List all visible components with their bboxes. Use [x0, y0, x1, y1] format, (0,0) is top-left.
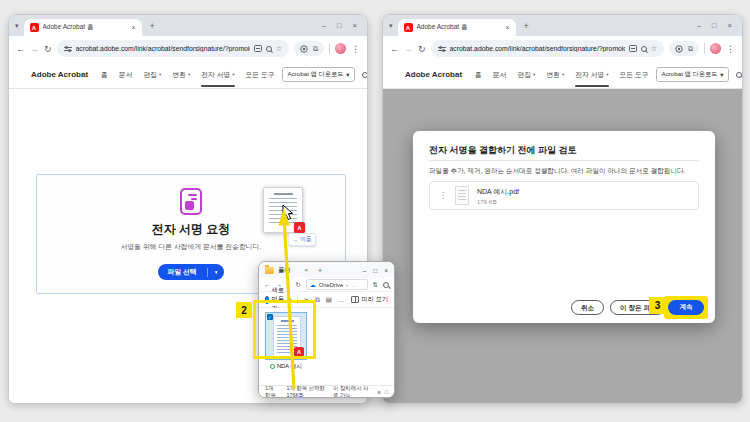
mouse-cursor-icon [282, 204, 295, 221]
back-icon[interactable]: ← [16, 44, 25, 54]
screenshot-icon[interactable] [300, 45, 308, 53]
url-field[interactable]: acrobat.adobe.com/link/acrobat/sendforsi… [57, 40, 289, 57]
browser-tab[interactable]: A Adobe Acrobat 홈 × [398, 19, 516, 36]
cancel-button[interactable]: 취소 [571, 300, 604, 315]
minimize-button[interactable]: – [363, 267, 367, 274]
profile-avatar[interactable] [710, 43, 721, 54]
close-button[interactable]: × [384, 267, 388, 274]
url-text[interactable]: acrobat.adobe.com/link/acrobat/sendforsi… [450, 45, 625, 52]
paste-icon[interactable]: ▤ [326, 296, 332, 304]
brand-title: Adobe Acrobat [405, 70, 462, 79]
address-text[interactable]: OneDrive [319, 282, 343, 288]
maximize-button[interactable]: □ [337, 21, 342, 30]
back-icon[interactable]: ← [390, 44, 399, 54]
status-selected-count: 1개 항목 선택함 176KB [287, 385, 327, 398]
tab-close-icon[interactable]: × [305, 267, 309, 273]
acrobat-toolbar: Adobe Acrobat 홈 문서 편집▾ 변환▾ 전자 서명▾ 모든 도구 … [9, 61, 367, 89]
screenshot-icon[interactable] [675, 45, 683, 53]
move-drop-hint: → 이동 [288, 233, 316, 246]
browser-menu-icon[interactable]: ⋮ [726, 44, 735, 54]
menu-esign[interactable]: 전자 서명▾ [201, 70, 234, 80]
search-icon[interactable] [362, 72, 368, 78]
menu-all-tools[interactable]: 모든 도구 [246, 70, 275, 80]
explorer-tab-title: 폴더 [278, 266, 291, 275]
acrobat-page-content: 전자 서명을 결합하기 전에 파일 검토 파일을 추가, 제거, 원하는 순서대… [383, 89, 742, 404]
drag-handle-icon[interactable]: ⋮ [439, 191, 447, 200]
new-tab-button[interactable]: + [524, 21, 529, 31]
continue-button[interactable]: 계속 [668, 300, 704, 315]
search-icon[interactable] [383, 282, 389, 288]
minimize-button[interactable]: – [322, 21, 326, 30]
chevron-down-icon[interactable]: ▾ [208, 269, 225, 275]
browser-tab[interactable]: A Adobe Acrobat 홈 × [24, 19, 142, 36]
new-tab-button[interactable]: + [150, 21, 155, 31]
file-size: 176 KB [477, 199, 519, 205]
file-name: NDA 예시.pdf [477, 187, 519, 197]
view-button[interactable]: 미리 보기 [351, 295, 388, 304]
file-select-button[interactable]: 파일 선택 ▾ [158, 264, 225, 280]
site-settings-icon[interactable] [438, 45, 446, 53]
forward-icon[interactable]: → [30, 44, 39, 54]
chevron-down-icon: ▾ [232, 72, 234, 77]
new-tab-button[interactable]: + [318, 267, 322, 274]
menu-esign[interactable]: 전자 서명▾ [575, 70, 608, 80]
chevron-down-icon: ▾ [606, 72, 608, 77]
save-icon[interactable] [254, 45, 262, 52]
menu-documents[interactable]: 문서 [119, 70, 133, 80]
menu-convert[interactable]: 변환▾ [172, 70, 190, 80]
zoom-icon[interactable] [641, 46, 647, 52]
bookmark-star-icon[interactable]: ☆ [276, 45, 282, 53]
menu-convert[interactable]: 변환▾ [546, 70, 564, 80]
browser-window-right: ▾ A Adobe Acrobat 홈 × + – □ × ← → ↻ acro… [382, 14, 743, 404]
zoom-icon[interactable] [266, 46, 272, 52]
tab-search-icon[interactable]: ▾ [389, 22, 393, 30]
acrobat-download-select[interactable]: Acrobat 앱 다운로드▾ [282, 67, 356, 82]
bookmark-star-icon[interactable]: ☆ [651, 45, 657, 53]
more-options-icon[interactable]: … [338, 296, 345, 303]
menu-home[interactable]: 홈 [475, 70, 482, 80]
list-view-icon[interactable]: ≡ [377, 389, 380, 395]
tab-title: Adobe Acrobat 홈 [43, 23, 128, 32]
breadcrumb-more-icon[interactable]: … [351, 282, 357, 288]
forward-icon[interactable]: → [404, 44, 413, 54]
reload-icon[interactable]: ↻ [418, 44, 426, 54]
menu-home[interactable]: 홈 [101, 70, 108, 80]
adobe-favicon-icon: A [30, 23, 39, 32]
explorer-address-bar[interactable]: ☁ OneDrive › … [306, 279, 368, 290]
tab-close-icon[interactable]: × [505, 24, 509, 31]
maximize-button[interactable]: □ [712, 21, 717, 30]
cut-icon[interactable]: ✂ [304, 296, 309, 304]
menu-edit[interactable]: 편집▾ [143, 70, 161, 80]
selected-file-tile[interactable]: ✓ A [265, 312, 307, 360]
tab-close-icon[interactable]: × [131, 24, 135, 31]
divider [329, 43, 330, 54]
reload-icon[interactable]: ↻ [44, 44, 52, 54]
tab-strip: ▾ A Adobe Acrobat 홈 × + – □ × [383, 15, 742, 36]
search-icon[interactable] [736, 72, 742, 78]
pdf-badge-icon: A [294, 222, 305, 233]
menu-documents[interactable]: 문서 [493, 70, 507, 80]
close-button[interactable]: × [728, 21, 732, 30]
divider [429, 160, 699, 161]
save-icon[interactable] [629, 45, 637, 52]
file-name-label[interactable]: NDA 예시 [277, 362, 302, 371]
acrobat-download-select[interactable]: Acrobat 앱 다운로드▾ [656, 67, 730, 82]
tab-search-icon[interactable]: ▾ [15, 22, 19, 30]
thumbnail-view-icon[interactable]: □ [385, 389, 388, 395]
maximize-button[interactable]: □ [373, 267, 377, 274]
copy-icon[interactable]: ⧉ [688, 45, 693, 53]
browser-menu-icon[interactable]: ⋮ [351, 44, 360, 54]
copy-icon[interactable]: ⧉ [313, 45, 318, 53]
file-list-item[interactable]: ⋮ NDA 예시.pdf 176 KB [429, 181, 699, 210]
refresh-icon[interactable]: ↻ [295, 281, 300, 289]
sort-icon[interactable]: ⇅ [373, 281, 378, 289]
url-field[interactable]: acrobat.adobe.com/link/acrobat/sendforsi… [431, 40, 664, 57]
close-button[interactable]: × [353, 21, 357, 30]
url-text[interactable]: acrobat.adobe.com/link/acrobat/sendforsi… [76, 45, 250, 52]
menu-edit[interactable]: 편집▾ [517, 70, 535, 80]
minimize-button[interactable]: – [697, 21, 701, 30]
menu-all-tools[interactable]: 모든 도구 [620, 70, 649, 80]
site-settings-icon[interactable] [64, 45, 72, 53]
copy-icon[interactable]: ⧉ [315, 296, 320, 304]
profile-avatar[interactable] [335, 43, 346, 54]
